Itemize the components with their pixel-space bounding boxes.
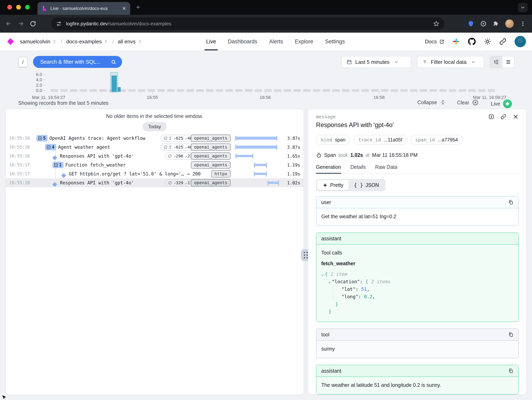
braces-icon: { } [354,182,363,188]
today-button[interactable]: Today [143,122,167,131]
copy-icon[interactable] [508,368,513,374]
breadcrumb-item-all envs[interactable]: all envs [118,39,142,45]
tab-dashboards[interactable]: Dashboards [228,33,258,51]
trace-row[interactable]: 16:55:18Responses API with 'gpt-4o'↗329↙… [6,178,304,187]
message-role-header: assistant [317,365,518,377]
copy-icon[interactable] [508,332,513,337]
json-collapse-chevron[interactable]: ⌄ [322,271,324,277]
trace-row[interactable]: 16:55:171Function fetch_weatheropenai_ag… [6,161,304,169]
calendar-icon [346,59,352,65]
theme-sun-icon[interactable] [484,38,491,45]
close-icon[interactable] [513,114,519,120]
histogram-bar[interactable] [112,76,117,92]
message-body: Get the weather at lat=51 lng=0.2 [317,208,518,226]
forward-icon[interactable] [17,20,24,27]
docs-link[interactable]: Docs [425,39,444,45]
copy-icon[interactable] [508,200,513,205]
token-usage-chip: Σ↗625↙40 [160,135,196,142]
tab-live[interactable]: Live [206,33,216,51]
extensions-area [468,15,526,33]
tab-close-icon[interactable]: ✕ [122,6,126,11]
live-button[interactable]: Live [491,99,512,108]
new-tab-button[interactable]: + [136,4,140,11]
filter-label: Filter local data [431,59,466,65]
back-icon[interactable] [5,20,12,27]
trace-row[interactable]: 16:55:165OpenAI Agents trace: Agent work… [6,134,304,143]
search-input[interactable]: Search & filter with SQL... [33,56,122,68]
breadcrumb-label: docs-examples [66,39,102,45]
time-range-button[interactable]: Last 5 minutes [341,56,411,68]
browser-toolbar: logfire.pydantic.dev/samuelcolvin/docs-e… [0,15,532,33]
trace-row[interactable]: 16:55:17GET httpbin.org/get ? lat='51.0'… [6,169,304,178]
site-settings-icon[interactable] [56,21,62,27]
share-link-icon[interactable] [499,38,507,45]
histogram-bar[interactable] [117,87,121,92]
scope-tag: openai_agents [191,135,231,142]
shield-extension-icon[interactable] [468,20,474,27]
collapse-count-badge[interactable]: 5 [37,135,48,142]
scope-tag: httpx [211,170,231,178]
chip-value: span [335,137,345,143]
timing-timestamp: Mar 11 16:55:18 PM [372,152,418,158]
tab-settings[interactable]: Settings [325,33,345,51]
trace-row[interactable]: 16:55:164Agent weather agentΣ↗625↙40open… [6,143,304,152]
id-chip-trace_id: trace_id...11a05f [354,135,407,145]
logfire-favicon [42,6,47,11]
extensions-puzzle-icon[interactable] [493,20,499,27]
archive-icon[interactable] [488,114,494,120]
collapse-minus-icon [54,163,58,167]
tab-search-chevron-icon[interactable] [518,3,527,12]
logfire-logo-icon[interactable] [7,38,14,45]
tree-view-toggle[interactable] [490,56,502,68]
id-chip-span_id: span_id...a77954 [410,135,463,145]
output-arrow-icon: ↙ [185,145,187,149]
list-view-icon [506,59,511,65]
x-axis-tick [152,90,153,94]
zoom-window-button[interactable] [25,5,30,10]
kebab-menu-icon[interactable] [520,21,526,27]
filter-local-data-button[interactable]: Filter local data [417,56,484,68]
collapse-button[interactable]: Collapse [418,99,446,105]
breadcrumb-separator: / [61,39,62,45]
row-timestamp: 16:55:16 [9,154,30,158]
scope-tag: openai_agents [191,161,231,168]
live-indicator-icon [503,99,512,108]
duration-text: 1.19s [287,162,300,168]
chevron-up-down-icon [52,39,57,44]
json-collapse-chevron[interactable]: ⌄ [328,279,331,285]
json-toggle[interactable]: { } JSON [348,180,384,190]
chip-key: trace_id [358,137,381,142]
collapse-count-badge[interactable]: 1 [52,162,63,168]
collapse-count-badge[interactable]: 4 [45,144,56,150]
trace-row[interactable]: 16:55:16Responses API with 'gpt-4o'↗296↙… [6,152,304,161]
pretty-toggle[interactable]: Pretty [317,180,348,190]
breadcrumb-item-docs-examples[interactable]: docs-examples [66,39,108,45]
tab-alerts[interactable]: Alerts [269,33,283,51]
pretty-label: Pretty [330,182,343,188]
extension-badge-icon[interactable] [480,20,487,27]
browser-profile-avatar[interactable] [505,19,514,28]
close-window-button[interactable] [7,5,12,10]
role-label: user [321,199,331,205]
tab-title: Live · samuelcolvin/docs-exa [51,6,119,11]
search-placeholder: Search & filter with SQL... [40,59,111,65]
detail-tab-details[interactable]: Details [350,164,366,173]
browser-tab[interactable]: Live · samuelcolvin/docs-exa ✕ [38,2,130,15]
clear-button[interactable]: Clear [457,99,479,106]
permalink-icon[interactable] [500,114,507,120]
tab-explore[interactable]: Explore [295,33,313,51]
list-view-toggle[interactable] [502,56,514,68]
breadcrumb-item-samuelcolvin[interactable]: samuelcolvin [20,39,57,45]
address-bar[interactable]: logfire.pydantic.dev/samuelcolvin/docs-e… [51,17,444,30]
user-avatar[interactable] [515,36,526,47]
detail-tab-raw-data[interactable]: Raw Data [375,164,397,173]
browser-tab-bar: Live · samuelcolvin/docs-exa ✕ + [0,0,532,15]
showing-records-text: Showing records from the last 5 minutes [18,100,108,106]
github-icon[interactable] [468,38,476,45]
slack-icon[interactable] [453,38,460,45]
minimize-window-button[interactable] [16,5,21,10]
reload-icon[interactable] [30,20,37,27]
bookmark-star-icon[interactable] [433,20,439,27]
span-diamond-icon [61,173,66,178]
detail-tab-generation[interactable]: Generation [316,164,341,174]
